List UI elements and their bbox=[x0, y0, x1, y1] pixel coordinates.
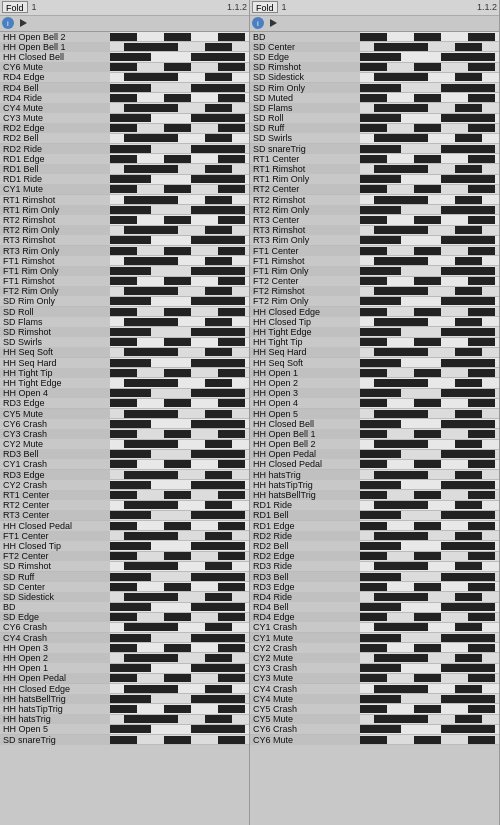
note-block[interactable] bbox=[441, 267, 495, 275]
note-block[interactable] bbox=[124, 410, 178, 418]
note-block[interactable] bbox=[110, 491, 137, 499]
row-track[interactable] bbox=[110, 633, 249, 642]
note-block[interactable] bbox=[110, 328, 151, 336]
note-block[interactable] bbox=[468, 124, 495, 132]
note-block[interactable] bbox=[164, 399, 191, 407]
note-block[interactable] bbox=[110, 308, 137, 316]
note-block[interactable] bbox=[205, 134, 232, 142]
note-block[interactable] bbox=[164, 63, 191, 71]
note-block[interactable] bbox=[191, 573, 245, 581]
note-block[interactable] bbox=[455, 73, 482, 81]
note-block[interactable] bbox=[164, 33, 191, 41]
note-block[interactable] bbox=[360, 695, 401, 703]
note-block[interactable] bbox=[360, 236, 401, 244]
note-block[interactable] bbox=[441, 389, 495, 397]
note-block[interactable] bbox=[360, 308, 387, 316]
note-block[interactable] bbox=[124, 562, 178, 570]
note-block[interactable] bbox=[205, 623, 232, 631]
note-block[interactable] bbox=[110, 277, 137, 285]
row-track[interactable] bbox=[360, 450, 499, 459]
note-block[interactable] bbox=[414, 613, 441, 621]
row-track[interactable] bbox=[360, 399, 499, 408]
note-block[interactable] bbox=[360, 216, 387, 224]
note-block[interactable] bbox=[441, 542, 495, 550]
note-block[interactable] bbox=[110, 114, 151, 122]
note-block[interactable] bbox=[124, 287, 178, 295]
note-block[interactable] bbox=[360, 369, 387, 377]
note-block[interactable] bbox=[110, 206, 151, 214]
row-track[interactable] bbox=[360, 633, 499, 642]
note-block[interactable] bbox=[218, 247, 245, 255]
note-block[interactable] bbox=[414, 399, 441, 407]
note-block[interactable] bbox=[374, 410, 428, 418]
row-track[interactable] bbox=[110, 195, 249, 204]
note-block[interactable] bbox=[110, 216, 137, 224]
note-block[interactable] bbox=[205, 654, 232, 662]
note-block[interactable] bbox=[360, 705, 387, 713]
row-track[interactable] bbox=[360, 613, 499, 622]
note-block[interactable] bbox=[441, 664, 495, 672]
note-block[interactable] bbox=[191, 297, 245, 305]
info-icon-right[interactable]: i bbox=[252, 17, 264, 29]
note-block[interactable] bbox=[455, 104, 482, 112]
row-track[interactable] bbox=[360, 175, 499, 184]
note-block[interactable] bbox=[374, 43, 428, 51]
note-block[interactable] bbox=[360, 175, 401, 183]
row-track[interactable] bbox=[110, 409, 249, 418]
note-block[interactable] bbox=[360, 522, 387, 530]
note-block[interactable] bbox=[110, 522, 137, 530]
row-track[interactable] bbox=[110, 440, 249, 449]
row-track[interactable] bbox=[110, 205, 249, 214]
row-track[interactable] bbox=[360, 694, 499, 703]
note-block[interactable] bbox=[360, 53, 401, 61]
row-track[interactable] bbox=[110, 52, 249, 61]
row-track[interactable] bbox=[360, 368, 499, 377]
note-block[interactable] bbox=[191, 389, 245, 397]
note-block[interactable] bbox=[124, 715, 178, 723]
note-block[interactable] bbox=[360, 206, 401, 214]
note-block[interactable] bbox=[205, 532, 232, 540]
note-block[interactable] bbox=[110, 573, 151, 581]
note-block[interactable] bbox=[455, 318, 482, 326]
row-track[interactable] bbox=[110, 694, 249, 703]
note-block[interactable] bbox=[191, 695, 245, 703]
note-block[interactable] bbox=[110, 695, 151, 703]
note-block[interactable] bbox=[374, 134, 428, 142]
note-block[interactable] bbox=[374, 257, 428, 265]
note-block[interactable] bbox=[455, 593, 482, 601]
note-block[interactable] bbox=[360, 664, 401, 672]
note-block[interactable] bbox=[414, 522, 441, 530]
row-track[interactable] bbox=[110, 287, 249, 296]
row-track[interactable] bbox=[110, 327, 249, 336]
row-track[interactable] bbox=[360, 215, 499, 224]
row-track[interactable] bbox=[360, 715, 499, 724]
note-block[interactable] bbox=[374, 715, 428, 723]
note-block[interactable] bbox=[414, 736, 441, 744]
note-block[interactable] bbox=[468, 216, 495, 224]
note-block[interactable] bbox=[455, 379, 482, 387]
note-block[interactable] bbox=[110, 145, 151, 153]
row-track[interactable] bbox=[360, 603, 499, 612]
note-block[interactable] bbox=[468, 613, 495, 621]
note-block[interactable] bbox=[374, 379, 428, 387]
row-track[interactable] bbox=[110, 307, 249, 316]
note-block[interactable] bbox=[455, 654, 482, 662]
note-block[interactable] bbox=[360, 63, 387, 71]
note-block[interactable] bbox=[124, 134, 178, 142]
note-block[interactable] bbox=[110, 338, 137, 346]
row-track[interactable] bbox=[360, 226, 499, 235]
note-block[interactable] bbox=[374, 196, 428, 204]
note-block[interactable] bbox=[164, 736, 191, 744]
note-block[interactable] bbox=[205, 501, 232, 509]
note-block[interactable] bbox=[205, 379, 232, 387]
row-track[interactable] bbox=[360, 348, 499, 357]
row-track[interactable] bbox=[360, 164, 499, 173]
row-track[interactable] bbox=[360, 32, 499, 41]
row-track[interactable] bbox=[110, 562, 249, 571]
note-block[interactable] bbox=[205, 685, 232, 693]
note-block[interactable] bbox=[218, 460, 245, 468]
note-block[interactable] bbox=[374, 440, 428, 448]
note-block[interactable] bbox=[455, 532, 482, 540]
row-track[interactable] bbox=[110, 704, 249, 713]
note-block[interactable] bbox=[360, 124, 387, 132]
